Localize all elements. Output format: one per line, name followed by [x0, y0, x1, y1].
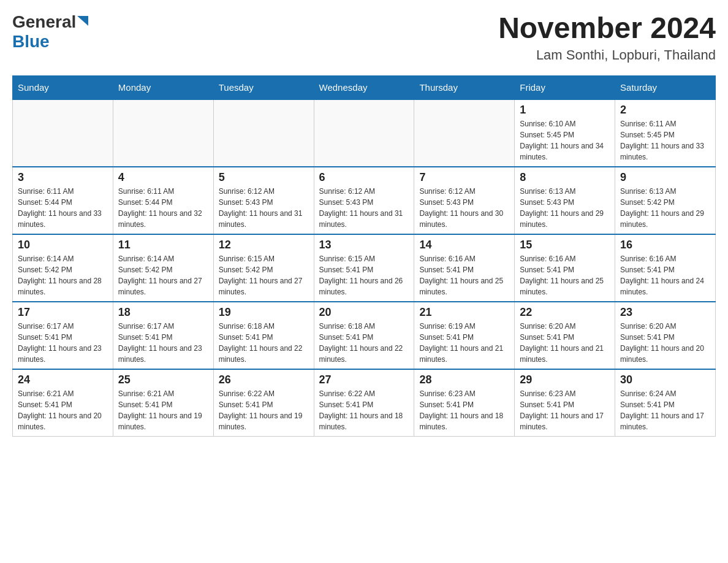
day-info-line: Sunrise: 6:14 AM	[118, 253, 208, 264]
day-info-line: Daylight: 11 hours and 18 minutes.	[319, 410, 409, 432]
day-info: Sunrise: 6:12 AMSunset: 5:43 PMDaylight:…	[319, 186, 409, 230]
day-info-line: Sunset: 5:44 PM	[118, 197, 208, 208]
day-info-line: Daylight: 11 hours and 33 minutes.	[18, 208, 108, 230]
day-info-line: Daylight: 11 hours and 30 minutes.	[419, 208, 509, 230]
table-cell: 8Sunrise: 6:13 AMSunset: 5:43 PMDaylight…	[515, 167, 615, 234]
table-cell	[113, 99, 213, 167]
table-cell: 12Sunrise: 6:15 AMSunset: 5:42 PMDayligh…	[213, 234, 314, 302]
day-info-line: Sunrise: 6:18 AM	[219, 321, 309, 332]
day-info: Sunrise: 6:15 AMSunset: 5:41 PMDaylight:…	[319, 253, 409, 297]
calendar-subtitle: Lam Sonthi, Lopburi, Thailand	[498, 47, 716, 63]
page-header: General Blue November 2024 Lam Sonthi, L…	[12, 12, 716, 63]
table-cell: 16Sunrise: 6:16 AMSunset: 5:41 PMDayligh…	[615, 234, 716, 302]
day-info-line: Sunset: 5:45 PM	[520, 129, 610, 140]
day-info-line: Daylight: 11 hours and 27 minutes.	[219, 275, 309, 297]
day-info-line: Daylight: 11 hours and 31 minutes.	[219, 208, 309, 230]
day-info-line: Daylight: 11 hours and 25 minutes.	[419, 275, 509, 297]
day-info-line: Daylight: 11 hours and 21 minutes.	[520, 343, 610, 365]
day-number: 11	[118, 239, 208, 251]
day-info-line: Sunset: 5:41 PM	[620, 399, 710, 410]
day-info: Sunrise: 6:20 AMSunset: 5:41 PMDaylight:…	[620, 321, 710, 365]
day-number: 8	[520, 171, 610, 184]
day-info-line: Sunset: 5:42 PM	[18, 264, 108, 275]
table-cell	[13, 99, 113, 167]
logo-general-text: General	[12, 12, 76, 32]
logo-triangle-icon	[77, 16, 88, 28]
day-info-line: Sunrise: 6:15 AM	[319, 253, 409, 264]
table-cell: 1Sunrise: 6:10 AMSunset: 5:45 PMDaylight…	[515, 99, 615, 167]
day-info: Sunrise: 6:13 AMSunset: 5:43 PMDaylight:…	[520, 186, 610, 230]
day-info-line: Sunrise: 6:11 AM	[620, 118, 710, 129]
day-info-line: Sunrise: 6:21 AM	[118, 388, 208, 399]
day-info-line: Sunrise: 6:16 AM	[620, 253, 710, 264]
day-info-line: Sunrise: 6:22 AM	[219, 388, 309, 399]
day-number: 30	[620, 373, 710, 386]
day-info-line: Daylight: 11 hours and 34 minutes.	[520, 140, 610, 163]
day-info-line: Daylight: 11 hours and 23 minutes.	[118, 343, 208, 365]
day-info: Sunrise: 6:10 AMSunset: 5:45 PMDaylight:…	[520, 118, 610, 163]
day-info: Sunrise: 6:12 AMSunset: 5:43 PMDaylight:…	[419, 186, 509, 230]
day-info-line: Sunset: 5:41 PM	[520, 264, 610, 275]
week-row-3: 10Sunrise: 6:14 AMSunset: 5:42 PMDayligh…	[13, 234, 716, 302]
day-info: Sunrise: 6:11 AMSunset: 5:45 PMDaylight:…	[620, 118, 710, 163]
day-info-line: Sunset: 5:43 PM	[419, 197, 509, 208]
day-info-line: Sunrise: 6:20 AM	[520, 321, 610, 332]
col-thursday: Thursday	[414, 75, 515, 99]
day-number: 20	[319, 306, 409, 319]
day-info: Sunrise: 6:12 AMSunset: 5:43 PMDaylight:…	[219, 186, 309, 230]
day-info-line: Daylight: 11 hours and 25 minutes.	[520, 275, 610, 297]
day-info-line: Sunrise: 6:11 AM	[118, 186, 208, 197]
day-number: 13	[319, 239, 409, 251]
day-info: Sunrise: 6:24 AMSunset: 5:41 PMDaylight:…	[620, 388, 710, 432]
day-info-line: Sunset: 5:41 PM	[319, 332, 409, 343]
col-sunday: Sunday	[13, 75, 113, 99]
day-info-line: Sunset: 5:41 PM	[620, 264, 710, 275]
day-info-line: Daylight: 11 hours and 19 minutes.	[118, 410, 208, 432]
table-cell: 22Sunrise: 6:20 AMSunset: 5:41 PMDayligh…	[515, 302, 615, 369]
day-info-line: Sunrise: 6:15 AM	[219, 253, 309, 264]
day-info-line: Sunrise: 6:23 AM	[419, 388, 509, 399]
day-info: Sunrise: 6:13 AMSunset: 5:42 PMDaylight:…	[620, 186, 710, 230]
table-cell: 6Sunrise: 6:12 AMSunset: 5:43 PMDaylight…	[314, 167, 414, 234]
day-number: 17	[18, 306, 108, 319]
week-row-1: 1Sunrise: 6:10 AMSunset: 5:45 PMDaylight…	[13, 99, 716, 167]
day-info-line: Sunset: 5:41 PM	[319, 399, 409, 410]
day-info-line: Daylight: 11 hours and 21 minutes.	[419, 343, 509, 365]
day-info: Sunrise: 6:16 AMSunset: 5:41 PMDaylight:…	[419, 253, 509, 297]
table-cell: 14Sunrise: 6:16 AMSunset: 5:41 PMDayligh…	[414, 234, 515, 302]
logo: General Blue	[12, 12, 88, 52]
day-info-line: Sunset: 5:44 PM	[18, 197, 108, 208]
day-info: Sunrise: 6:18 AMSunset: 5:41 PMDaylight:…	[319, 321, 409, 365]
table-cell: 30Sunrise: 6:24 AMSunset: 5:41 PMDayligh…	[615, 369, 716, 437]
day-info-line: Sunrise: 6:23 AM	[520, 388, 610, 399]
day-info: Sunrise: 6:15 AMSunset: 5:42 PMDaylight:…	[219, 253, 309, 297]
day-number: 10	[18, 239, 108, 251]
day-info: Sunrise: 6:22 AMSunset: 5:41 PMDaylight:…	[219, 388, 309, 432]
day-info-line: Sunset: 5:43 PM	[520, 197, 610, 208]
day-number: 25	[118, 373, 208, 386]
day-number: 21	[419, 306, 509, 319]
table-cell: 3Sunrise: 6:11 AMSunset: 5:44 PMDaylight…	[13, 167, 113, 234]
table-cell: 24Sunrise: 6:21 AMSunset: 5:41 PMDayligh…	[13, 369, 113, 437]
day-number: 28	[419, 373, 509, 386]
day-info-line: Sunset: 5:41 PM	[219, 399, 309, 410]
day-info-line: Sunrise: 6:16 AM	[520, 253, 610, 264]
table-cell: 10Sunrise: 6:14 AMSunset: 5:42 PMDayligh…	[13, 234, 113, 302]
col-friday: Friday	[515, 75, 615, 99]
calendar-table: Sunday Monday Tuesday Wednesday Thursday…	[12, 75, 716, 437]
week-row-2: 3Sunrise: 6:11 AMSunset: 5:44 PMDaylight…	[13, 167, 716, 234]
table-cell: 9Sunrise: 6:13 AMSunset: 5:42 PMDaylight…	[615, 167, 716, 234]
title-block: November 2024 Lam Sonthi, Lopburi, Thail…	[498, 12, 716, 63]
table-cell: 27Sunrise: 6:22 AMSunset: 5:41 PMDayligh…	[314, 369, 414, 437]
col-wednesday: Wednesday	[314, 75, 414, 99]
day-info-line: Daylight: 11 hours and 17 minutes.	[620, 410, 710, 432]
day-info-line: Sunset: 5:41 PM	[520, 332, 610, 343]
day-info-line: Daylight: 11 hours and 29 minutes.	[620, 208, 710, 230]
table-cell: 5Sunrise: 6:12 AMSunset: 5:43 PMDaylight…	[213, 167, 314, 234]
day-info-line: Sunset: 5:41 PM	[18, 332, 108, 343]
table-cell: 28Sunrise: 6:23 AMSunset: 5:41 PMDayligh…	[414, 369, 515, 437]
day-info-line: Sunset: 5:41 PM	[419, 399, 509, 410]
table-cell: 13Sunrise: 6:15 AMSunset: 5:41 PMDayligh…	[314, 234, 414, 302]
day-info-line: Sunset: 5:41 PM	[118, 399, 208, 410]
day-info: Sunrise: 6:23 AMSunset: 5:41 PMDaylight:…	[520, 388, 610, 432]
